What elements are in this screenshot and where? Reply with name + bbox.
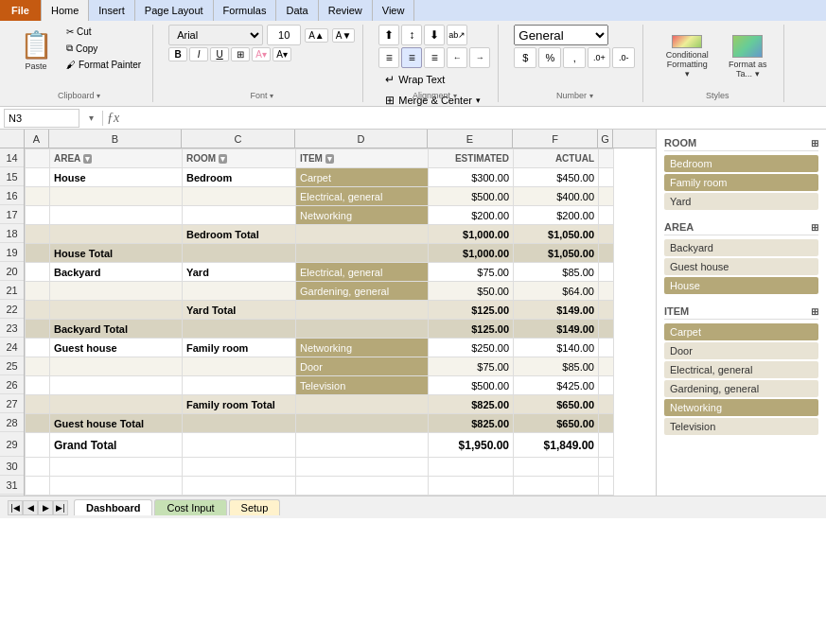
cell-29-e[interactable]: $1,950.00 — [429, 433, 514, 458]
filter-room-bedroom[interactable]: Bedroom — [664, 155, 818, 172]
cell-26-g[interactable] — [599, 376, 614, 395]
row-header-25[interactable]: 25 — [0, 357, 24, 375]
cell-15-e[interactable]: $300.00 — [429, 168, 514, 187]
cell-30-f[interactable] — [514, 458, 599, 477]
cell-28-e[interactable]: $825.00 — [429, 414, 514, 433]
align-middle-button[interactable]: ↕ — [401, 25, 422, 45]
font-size-decrease[interactable]: A▼ — [332, 28, 356, 43]
percent-button[interactable]: % — [538, 47, 561, 68]
cell-30-c[interactable] — [183, 458, 296, 477]
cell-30-b[interactable] — [50, 458, 183, 477]
sheet-tab-setup[interactable]: Setup — [229, 499, 281, 515]
col-header-c[interactable]: C — [182, 130, 295, 148]
cell-16-b[interactable] — [50, 187, 183, 206]
sheet-nav-prev[interactable]: ◀ — [23, 500, 38, 515]
cell-19-f[interactable]: $1,050.00 — [514, 244, 599, 263]
wrap-text-button[interactable]: ↵ Wrap Text — [378, 70, 487, 89]
cell-31-a[interactable] — [26, 477, 50, 496]
cell-25-c[interactable] — [183, 357, 296, 376]
file-tab[interactable]: File — [0, 0, 42, 21]
row-header-24[interactable]: 24 — [0, 338, 24, 357]
cell-21-a[interactable] — [26, 282, 50, 301]
cell-29-d[interactable] — [296, 433, 429, 458]
cell-29-c[interactable] — [183, 433, 296, 458]
format-painter-button[interactable]: 🖌 Format Painter — [62, 58, 145, 72]
cell-23-e[interactable]: $125.00 — [429, 320, 514, 339]
row-header-30[interactable]: 30 — [0, 457, 24, 476]
paste-button[interactable]: 📋 Paste — [13, 25, 59, 78]
cell-17-d[interactable]: Networking — [296, 206, 429, 225]
tab-page-layout[interactable]: Page Layout — [135, 0, 214, 21]
cell-27-c[interactable]: Family room Total — [183, 395, 296, 414]
cell-19-c[interactable] — [183, 244, 296, 263]
cell-21-d[interactable]: Gardening, general — [296, 282, 429, 301]
cell-29-g[interactable] — [599, 433, 614, 458]
cell-14-f[interactable]: ACTUAL — [514, 149, 599, 168]
cell-30-a[interactable] — [26, 458, 50, 477]
conditional-format-button[interactable]: ConditionalFormatting ▾ — [659, 30, 715, 83]
cell-22-a[interactable] — [26, 301, 50, 320]
cell-25-e[interactable]: $75.00 — [429, 357, 514, 376]
cell-21-e[interactable]: $50.00 — [429, 282, 514, 301]
cell-23-g[interactable] — [599, 320, 614, 339]
cell-22-f[interactable]: $149.00 — [514, 301, 599, 320]
cell-14-b[interactable]: AREA ▾ — [50, 149, 183, 168]
cell-30-e[interactable] — [429, 458, 514, 477]
align-bottom-button[interactable]: ⬇ — [424, 25, 445, 45]
filter-area-house[interactable]: House — [664, 277, 818, 294]
cell-25-b[interactable] — [50, 357, 183, 376]
filter-area-icon[interactable]: ⊞ — [811, 222, 818, 233]
cell-31-d[interactable] — [296, 477, 429, 496]
cell-30-d[interactable] — [296, 458, 429, 477]
cell-18-c[interactable]: Bedroom Total — [183, 225, 296, 244]
col-header-g[interactable]: G — [598, 130, 613, 148]
col-header-a[interactable]: A — [25, 130, 49, 148]
cell-17-a[interactable] — [26, 206, 50, 225]
cell-20-d[interactable]: Electrical, general — [296, 263, 429, 282]
format-as-table-button[interactable]: Format as Ta... ▾ — [719, 30, 776, 83]
cell-23-a[interactable] — [26, 320, 50, 339]
cell-29-b[interactable]: Grand Total — [50, 433, 183, 458]
filter-room-family-room[interactable]: Family room — [664, 174, 818, 191]
cell-24-c[interactable]: Family room — [183, 339, 296, 357]
row-header-15[interactable]: 15 — [0, 167, 24, 186]
sheet-tab-cost-input[interactable]: Cost Input — [154, 499, 226, 515]
comma-button[interactable]: , — [563, 47, 586, 68]
cell-15-a[interactable] — [26, 168, 50, 187]
cell-31-g[interactable] — [599, 477, 614, 496]
filter-area-backyard[interactable]: Backyard — [664, 239, 818, 256]
align-center-button[interactable]: ≡ — [401, 47, 422, 68]
decimal-inc-button[interactable]: .0+ — [588, 47, 610, 68]
text-angle-button[interactable]: ab↗ — [447, 25, 467, 45]
cell-16-f[interactable]: $400.00 — [514, 187, 599, 206]
cell-25-a[interactable] — [26, 357, 50, 376]
cell-22-b[interactable] — [50, 301, 183, 320]
font-color-button[interactable]: A▾ — [272, 47, 291, 61]
bold-button[interactable]: B — [168, 47, 187, 61]
cell-23-f[interactable]: $149.00 — [514, 320, 599, 339]
cell-30-g[interactable] — [599, 458, 614, 477]
filter-room-yard[interactable]: Yard — [664, 193, 818, 210]
cell-22-g[interactable] — [599, 301, 614, 320]
cell-17-c[interactable] — [183, 206, 296, 225]
cell-14-d[interactable]: ITEM ▾ — [296, 149, 429, 168]
cell-31-b[interactable] — [50, 477, 183, 496]
cell-19-g[interactable] — [599, 244, 614, 263]
cell-21-c[interactable] — [183, 282, 296, 301]
row-header-16[interactable]: 16 — [0, 186, 24, 205]
decimal-dec-button[interactable]: .0- — [612, 47, 635, 68]
cell-29-a[interactable] — [26, 433, 50, 458]
cell-27-a[interactable] — [26, 395, 50, 414]
indent-inc-button[interactable]: → — [469, 47, 490, 68]
tab-view[interactable]: View — [373, 0, 415, 21]
cell-26-e[interactable]: $500.00 — [429, 376, 514, 395]
col-header-d[interactable]: D — [295, 130, 428, 148]
cell-27-b[interactable] — [50, 395, 183, 414]
cell-28-b[interactable]: Guest house Total — [50, 414, 183, 433]
cell-18-d[interactable] — [296, 225, 429, 244]
cell-22-d[interactable] — [296, 301, 429, 320]
cell-15-b[interactable]: House — [50, 168, 183, 187]
filter-item-television[interactable]: Television — [664, 418, 818, 435]
italic-button[interactable]: I — [189, 47, 208, 61]
filter-item-electrical[interactable]: Electrical, general — [664, 361, 818, 378]
